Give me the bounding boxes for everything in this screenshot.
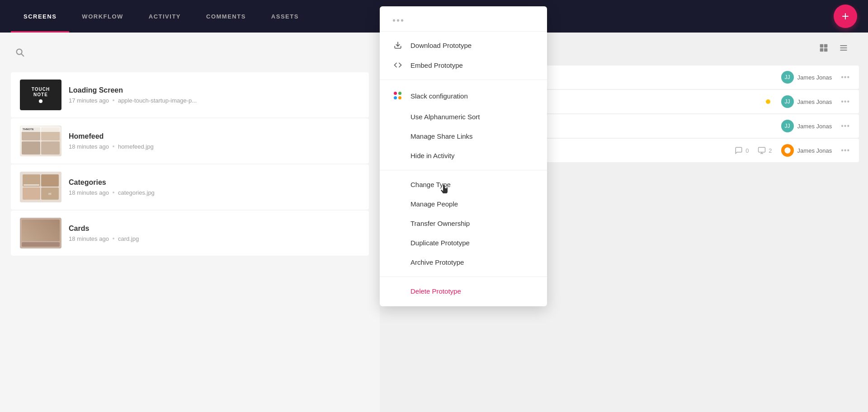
nav-tabs: SCREENS WORKFLOW ACTIVITY COMMENTS ASSET… xyxy=(11,0,311,33)
dropdown-section-4: Delete Prototype xyxy=(380,280,547,303)
card-title: Cards xyxy=(69,225,360,233)
hide-in-activity-item[interactable]: Hide in Activity xyxy=(380,146,547,165)
svg-line-1 xyxy=(21,54,24,56)
card-info: Categories 18 minutes ago categories.jpg xyxy=(69,178,360,196)
duplicate-prototype-item[interactable]: Duplicate Prototype xyxy=(380,233,547,253)
change-type-item[interactable]: Change Type xyxy=(380,175,547,194)
card-thumbnail xyxy=(20,218,61,248)
download-prototype-item[interactable]: Download Prototype xyxy=(380,35,547,55)
divider-1 xyxy=(380,80,547,80)
download-icon xyxy=(392,41,403,49)
archive-prototype-item[interactable]: Archive Prototype xyxy=(380,253,547,272)
more-options-button[interactable]: ••• xyxy=(841,73,850,81)
dropdown-section-2: Slack configuration Use Alphanumeric Sor… xyxy=(380,83,547,167)
prototype-card-homefeed[interactable]: THNOTE Homefeed 18 minutes ago homefeed.… xyxy=(11,118,369,164)
avatar xyxy=(781,144,794,157)
screen-count: 2 xyxy=(758,146,772,154)
prototype-list: TOUCH NOTE Loading Screen 17 minutes ago… xyxy=(11,72,369,256)
embed-prototype-item[interactable]: Embed Prototype xyxy=(380,55,547,75)
card-title: Categories xyxy=(69,178,360,187)
card-info: Homefeed 18 minutes ago homefeed.jpg xyxy=(69,132,360,150)
card-meta: 18 minutes ago homefeed.jpg xyxy=(69,143,360,150)
grid-view-button[interactable] xyxy=(817,42,830,56)
card-info: Cards 18 minutes ago card.jpg xyxy=(69,225,360,242)
prototype-card-cards[interactable]: Cards 18 minutes ago card.jpg xyxy=(11,211,369,256)
svg-rect-4 xyxy=(820,48,824,52)
divider-2 xyxy=(380,170,547,170)
card-info: Loading Screen 17 minutes ago apple-touc… xyxy=(69,86,360,104)
user-label: JJ James Jonas xyxy=(781,95,832,108)
card-title: Loading Screen xyxy=(69,86,360,94)
meta-dot xyxy=(113,145,114,147)
comment-count: 0 xyxy=(735,146,749,154)
row-actions: JJ James Jonas ••• xyxy=(781,120,850,132)
add-prototype-button[interactable]: + xyxy=(834,5,857,28)
row-actions: JJ James Jonas ••• xyxy=(766,95,850,108)
tab-activity[interactable]: ACTIVITY xyxy=(136,0,193,33)
card-thumbnail: ✉ xyxy=(20,172,61,202)
tab-assets[interactable]: ASSETS xyxy=(259,0,311,33)
dropdown-section-1: Download Prototype Embed Prototype xyxy=(380,33,547,77)
card-meta: 18 minutes ago card.jpg xyxy=(69,235,360,242)
card-meta: 17 minutes ago apple-touch-startup-image… xyxy=(69,97,360,104)
svg-rect-5 xyxy=(824,48,828,52)
svg-rect-9 xyxy=(759,147,765,152)
context-menu: ••• Download Prototype Embed Prototype xyxy=(380,6,547,306)
card-thumbnail: TOUCH NOTE xyxy=(20,80,61,110)
user-label: James Jonas xyxy=(781,144,832,157)
list-view-button[interactable] xyxy=(837,42,850,56)
more-icon: ••• xyxy=(392,15,405,26)
search-icon xyxy=(11,43,29,61)
meta-dot xyxy=(113,192,114,193)
tab-workflow[interactable]: WORKFLOW xyxy=(69,0,136,33)
slack-icon xyxy=(392,90,403,101)
manage-people-item[interactable]: Manage People xyxy=(380,194,547,214)
card-thumbnail: THNOTE xyxy=(20,126,61,156)
avatar: JJ xyxy=(781,71,794,84)
tab-comments[interactable]: COMMENTS xyxy=(193,0,259,33)
avatar: JJ xyxy=(781,95,794,108)
avatar: JJ xyxy=(781,120,794,132)
embed-icon xyxy=(392,61,403,69)
tab-screens[interactable]: SCREENS xyxy=(11,0,69,33)
search-bar xyxy=(11,43,369,61)
manage-share-links-item[interactable]: Manage Share Links xyxy=(380,126,547,146)
yellow-dot-indicator xyxy=(766,99,770,104)
user-label: JJ James Jonas xyxy=(781,71,832,84)
meta-dot xyxy=(113,99,114,101)
transfer-ownership-item[interactable]: Transfer Ownership xyxy=(380,214,547,233)
card-meta: 18 minutes ago categories.jpg xyxy=(69,189,360,196)
svg-rect-3 xyxy=(824,44,828,48)
left-panel: TOUCH NOTE Loading Screen 17 minutes ago… xyxy=(0,33,380,412)
alphanumeric-sort-item[interactable]: Use Alphanumeric Sort xyxy=(380,107,547,126)
more-options-button[interactable]: ••• xyxy=(841,122,850,130)
prototype-card-loading-screen[interactable]: TOUCH NOTE Loading Screen 17 minutes ago… xyxy=(11,72,369,117)
user-label: JJ James Jonas xyxy=(781,120,832,132)
delete-prototype-item[interactable]: Delete Prototype xyxy=(380,281,547,301)
slack-configuration-item[interactable]: Slack configuration xyxy=(380,84,547,107)
prototype-card-categories[interactable]: ✉ Categories 18 minutes ago categories.j… xyxy=(11,164,369,210)
row-actions: JJ James Jonas ••• xyxy=(781,71,850,84)
more-options-button[interactable]: ••• xyxy=(841,98,850,106)
row-actions: 0 2 James Jonas ••• xyxy=(735,144,850,157)
dropdown-section-3: Change Type Manage People Transfer Owner… xyxy=(380,173,547,274)
svg-rect-2 xyxy=(820,44,824,48)
dropdown-header: ••• xyxy=(380,10,547,32)
more-options-button[interactable]: ••• xyxy=(841,146,850,154)
divider-3 xyxy=(380,276,547,277)
meta-dot xyxy=(113,238,114,239)
card-title: Homefeed xyxy=(69,132,360,140)
